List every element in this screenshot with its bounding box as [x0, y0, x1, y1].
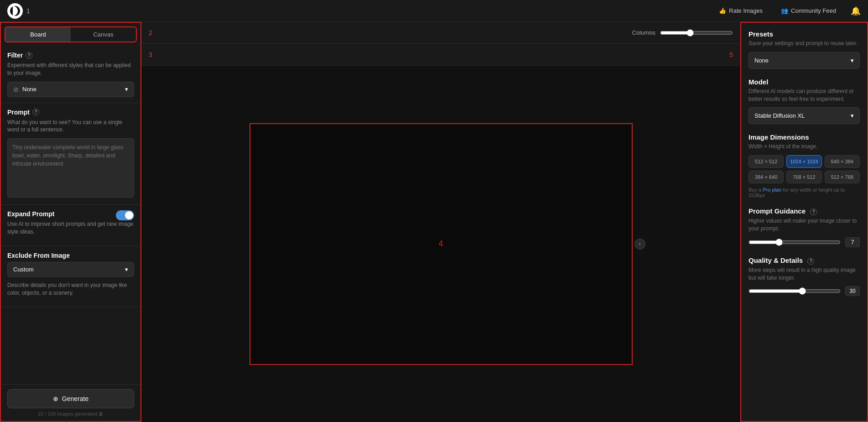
generate-button[interactable]: ⊕ Generate: [7, 389, 134, 408]
prompt-title-row: Prompt ?: [7, 109, 134, 116]
thumbs-up-icon: 👍: [719, 7, 726, 14]
guidance-title: Prompt Guidance: [748, 207, 806, 215]
expand-prompt-desc: Use AI to improve short prompts and get …: [7, 220, 134, 236]
quality-title: Quality & Details: [748, 256, 803, 264]
quality-title-row: Quality & Details ?: [748, 256, 860, 265]
canvas-tab[interactable]: Canvas: [71, 27, 136, 42]
app-counter: 1: [26, 7, 30, 15]
row-2-label: 2: [149, 29, 152, 36]
pro-note-text: Buy a: [748, 187, 761, 193]
presets-value: None: [754, 57, 769, 64]
model-value: Stable Diffusion XL: [754, 112, 805, 119]
exclude-title: Exclude From Image: [7, 252, 134, 259]
model-title: Model: [748, 78, 860, 86]
rate-images-label: Rate Images: [729, 7, 763, 14]
quality-help-icon[interactable]: ?: [807, 258, 814, 265]
canvas-area: 4 ›: [141, 66, 740, 422]
filter-help-icon[interactable]: ?: [26, 52, 32, 59]
row-3-bar: 3 5: [141, 44, 740, 66]
community-feed-button[interactable]: 👥 Community Feed: [777, 5, 840, 16]
expand-prompt-section: Expand Prompt Use AI to improve short pr…: [1, 205, 140, 246]
guidance-desc: Higher values will make your image close…: [748, 217, 860, 233]
pro-note: Buy a Pro plan for any width or height u…: [748, 187, 860, 198]
quality-desc: More steps will result in a high quality…: [748, 266, 860, 282]
model-desc: Different AI models can produce differen…: [748, 88, 860, 103]
dimension-btn-1[interactable]: 1024 × 1024: [786, 155, 821, 168]
quality-slider-row: 30: [748, 286, 860, 296]
prompt-help-icon[interactable]: ?: [32, 109, 39, 115]
topnav-right: 👍 Rate Images 👥 Community Feed 🔔: [715, 5, 861, 16]
view-tabs: Board Canvas: [5, 26, 137, 42]
quality-slider[interactable]: [748, 287, 841, 295]
prompt-desc: What do you want to see? You can use a s…: [7, 119, 134, 134]
topnav: 1 👍 Rate Images 👥 Community Feed 🔔: [0, 0, 868, 22]
dimensions-title: Image Dimensions: [748, 133, 860, 141]
prompt-textarea[interactable]: [7, 138, 134, 198]
logo-button[interactable]: [7, 3, 23, 19]
quality-value: 30: [845, 286, 860, 296]
row-3-label: 3: [149, 51, 152, 58]
canvas-number: 4: [438, 239, 443, 249]
filter-dropdown[interactable]: ⊘ None ▾: [7, 82, 134, 97]
canvas-placeholder: 4 ›: [249, 123, 633, 365]
columns-control: Columns: [632, 29, 733, 36]
presets-title: Presets: [748, 30, 860, 38]
quality-section: Quality & Details ? More steps will resu…: [748, 256, 860, 297]
center-panel: 2 Columns 3 5 4 ›: [141, 22, 740, 422]
presets-dropdown[interactable]: None ▾: [748, 52, 860, 69]
model-dropdown[interactable]: Stable Diffusion XL ▾: [748, 107, 860, 124]
filter-section: Filter ? Experiment with different style…: [1, 46, 140, 103]
dimension-btn-3[interactable]: 384 × 640: [748, 171, 784, 183]
guidance-title-row: Prompt Guidance ?: [748, 207, 860, 215]
main-layout: Board Canvas Filter ? Experiment with di…: [0, 22, 868, 422]
presets-chevron-icon: ▾: [851, 57, 854, 64]
notification-icon[interactable]: 🔔: [851, 6, 861, 16]
plus-circle-icon: ⊕: [53, 395, 58, 402]
exclude-section: Exclude From Image Custom ▾ Describe det…: [1, 246, 140, 307]
guidance-section: Prompt Guidance ? Higher values will mak…: [748, 207, 860, 247]
pro-plan-link[interactable]: Pro plan: [763, 187, 781, 193]
prompt-section: Prompt ? What do you want to see? You ca…: [1, 103, 140, 205]
expand-prompt-title: Expand Prompt: [7, 210, 54, 218]
board-tab[interactable]: Board: [5, 27, 71, 42]
row-5-label: 5: [729, 51, 733, 58]
logo-icon: [10, 6, 20, 16]
community-icon: 👥: [781, 7, 788, 14]
generate-area: ⊕ Generate 15 / 100 images generated 🗑: [1, 384, 140, 421]
exclude-chevron-icon: ▾: [125, 266, 128, 273]
presets-section: Presets Save your settings and prompt to…: [748, 30, 860, 69]
expand-prompt-row: Expand Prompt: [7, 210, 134, 220]
left-panel: Board Canvas Filter ? Experiment with di…: [0, 22, 141, 422]
exclude-desc: Describe details you don't want in your …: [7, 281, 134, 297]
expand-prompt-toggle[interactable]: [116, 210, 134, 220]
guidance-slider[interactable]: [748, 239, 841, 246]
filter-title: Filter: [7, 52, 23, 59]
generate-label: Generate: [62, 395, 88, 402]
columns-slider[interactable]: [660, 29, 733, 36]
filter-value: None: [22, 86, 36, 93]
no-style-icon: ⊘: [13, 86, 19, 93]
dimension-btn-4[interactable]: 768 × 512: [786, 171, 821, 183]
guidance-slider-row: 7: [748, 237, 860, 247]
dimensions-grid: 512 × 5121024 × 1024640 × 384384 × 64076…: [748, 155, 860, 183]
dimensions-section: Image Dimensions Width × Height of the i…: [748, 133, 860, 198]
filter-title-row: Filter ?: [7, 52, 134, 59]
toggle-knob: [125, 211, 133, 219]
right-panel: Presets Save your settings and prompt to…: [740, 22, 868, 422]
dimension-btn-5[interactable]: 512 × 768: [825, 171, 860, 183]
rate-images-button[interactable]: 👍 Rate Images: [715, 5, 766, 16]
columns-label: Columns: [632, 29, 655, 36]
exclude-value: Custom: [13, 266, 34, 273]
filter-desc: Experiment with different styles that ca…: [7, 62, 134, 77]
dimension-btn-2[interactable]: 640 × 384: [825, 155, 860, 168]
guidance-help-icon[interactable]: ?: [810, 208, 817, 215]
prompt-title: Prompt: [7, 109, 30, 116]
exclude-dropdown[interactable]: Custom ▾: [7, 262, 134, 277]
community-feed-label: Community Feed: [791, 7, 836, 14]
expand-panel-button[interactable]: ›: [634, 239, 645, 250]
dimension-btn-0[interactable]: 512 × 512: [748, 155, 784, 168]
chevron-down-icon: ▾: [125, 86, 128, 93]
filter-dropdown-left: ⊘ None: [13, 86, 36, 93]
center-toolbar: 2 Columns: [141, 22, 740, 44]
topnav-left: 1: [7, 3, 30, 19]
